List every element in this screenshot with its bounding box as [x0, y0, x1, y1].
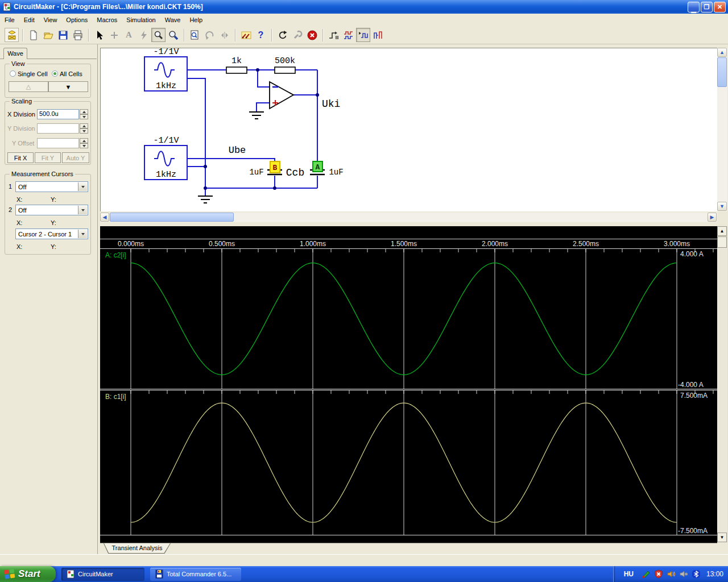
dropdown-arrow-icon[interactable] [78, 182, 87, 191]
source-top-value-label: -1/1V [153, 48, 179, 57]
probe-tool-button[interactable] [151, 28, 166, 42]
r1-label: 1k [231, 56, 242, 66]
lightning-icon [138, 30, 150, 41]
x-division-input[interactable]: 500.0u [37, 109, 79, 119]
rotate-button[interactable] [202, 28, 217, 42]
x-tick-label: 2.000ms [482, 240, 508, 248]
auto-y-button[interactable]: Auto Y [62, 152, 89, 163]
schematic-canvas[interactable]: B A -1/1V 1kHz 1k 500k Uki -1/1V 1kHz Ub… [101, 48, 717, 211]
tab-wave[interactable]: Wave [3, 48, 27, 59]
scroll-down-button[interactable]: ▼ [717, 533, 727, 542]
cursor-diff-y-label: Y: [51, 243, 56, 250]
menu-file[interactable]: File [0, 15, 19, 25]
speaker-gray-icon[interactable] [679, 569, 688, 579]
opamp[interactable] [270, 82, 293, 109]
dropdown-arrow-icon[interactable] [78, 206, 87, 214]
menu-help[interactable]: Help [185, 15, 207, 25]
schematic-vertical-scrollbar[interactable]: ▲ ▼ [717, 48, 727, 211]
cell-down-button[interactable]: ▼ [48, 81, 88, 92]
menu-wave[interactable]: Wave [160, 15, 185, 25]
spin-up[interactable] [80, 109, 88, 114]
y-offset-input[interactable] [37, 138, 79, 148]
wire-tool-button[interactable] [107, 28, 121, 42]
pen-tray-icon[interactable] [642, 569, 651, 579]
spin-up[interactable] [80, 123, 88, 128]
spin-down[interactable] [80, 143, 88, 148]
digital-switches-button[interactable] [239, 28, 253, 42]
source-bottom-freq-label: 1kHz [156, 170, 176, 180]
mirror-button[interactable] [217, 28, 231, 42]
volume-icon[interactable] [667, 569, 676, 579]
new-file-button[interactable] [26, 28, 40, 42]
menu-view[interactable]: View [39, 15, 62, 25]
menu-simulation[interactable]: Simulation [122, 15, 160, 25]
fit-y-button[interactable]: Fit Y [35, 152, 61, 163]
taskbar-clock: 13:00 [706, 570, 723, 578]
waveform-vertical-scrollbar[interactable]: ▲ ▼ [717, 226, 727, 543]
zoom-tool-button[interactable] [166, 28, 180, 42]
bluetooth-icon[interactable] [692, 569, 701, 579]
cursor1-select[interactable]: Off [15, 181, 88, 192]
spin-down[interactable] [80, 128, 88, 134]
digital-display-button[interactable] [341, 28, 355, 42]
security-alert-icon[interactable] [654, 569, 663, 579]
menu-options[interactable]: Options [61, 15, 92, 25]
text-tool-button[interactable]: A [122, 28, 136, 42]
stop-simulation-button[interactable] [305, 28, 319, 42]
scroll-thumb[interactable] [717, 57, 727, 87]
schematic-viewport[interactable]: B A -1/1V 1kHz 1k 500k Uki -1/1V 1kHz Ub… [100, 48, 717, 211]
cell-up-button[interactable]: △ [9, 81, 48, 92]
y-division-spinner[interactable] [80, 123, 88, 134]
zoom-window-button[interactable] [188, 28, 202, 42]
y-division-input[interactable] [37, 123, 79, 134]
mixed-display-button[interactable] [371, 28, 385, 42]
x-division-spinner[interactable] [80, 109, 88, 119]
resistor-500k[interactable] [275, 67, 295, 73]
x-tick-label: 0.500ms [209, 240, 235, 248]
dropdown-arrow-icon[interactable] [78, 230, 87, 238]
single-cell-radio[interactable] [10, 70, 16, 77]
resistor-1k[interactable] [226, 67, 247, 73]
cursor-diff-select[interactable]: Cursor 2 - Cursor 1 [15, 228, 88, 239]
all-cells-radio[interactable] [52, 70, 58, 77]
schematic-horizontal-scrollbar[interactable]: ◀ ▶ [100, 213, 717, 222]
save-button[interactable] [56, 28, 70, 42]
print-button[interactable] [71, 28, 85, 42]
delete-tool-button[interactable] [136, 28, 151, 42]
scroll-up-button[interactable]: ▲ [717, 48, 727, 57]
scroll-down-button[interactable]: ▼ [717, 202, 727, 211]
part-browser-button[interactable] [5, 28, 19, 42]
scroll-thumb[interactable] [717, 236, 727, 248]
spin-up[interactable] [80, 138, 88, 143]
menu-macros[interactable]: Macros [92, 15, 122, 25]
fit-x-button[interactable]: Fit X [7, 152, 34, 163]
restore-button[interactable]: ❐ [701, 2, 713, 13]
analog-waveform-icon [358, 30, 369, 41]
close-button[interactable]: ✕ [714, 2, 726, 13]
open-file-button[interactable] [41, 28, 55, 42]
step-display-button[interactable] [326, 28, 341, 42]
analog-display-button[interactable] [356, 28, 370, 42]
tab-transient-analysis[interactable]: Transient Analysis [104, 543, 171, 554]
spin-down[interactable] [80, 114, 88, 119]
y-offset-spinner[interactable] [80, 138, 88, 148]
scroll-left-button[interactable]: ◀ [100, 213, 109, 222]
language-indicator[interactable]: HU [619, 569, 638, 579]
waveform-plot[interactable]: 0.000ms0.500ms1.000ms1.500ms2.000ms2.500… [100, 226, 717, 543]
options-wrench-button[interactable] [290, 28, 304, 42]
scroll-thumb[interactable] [110, 213, 234, 222]
cursor2-select[interactable]: Off [15, 205, 88, 215]
scroll-up-button[interactable]: ▲ [717, 226, 727, 236]
minimize-button[interactable]: ▁ [688, 2, 700, 13]
reset-button[interactable] [275, 28, 289, 42]
scroll-right-button[interactable]: ▶ [708, 213, 717, 222]
y-max-label: 7.500mA [680, 392, 708, 400]
help-button[interactable]: ? [254, 28, 268, 42]
title-bar[interactable]: CircuitMaker - [C:\Program Files\...\Mil… [0, 0, 728, 14]
menu-edit[interactable]: Edit [19, 15, 39, 25]
task-total-commander[interactable]: Total Commander 6.5... [150, 568, 241, 581]
start-button[interactable]: Start [0, 566, 56, 582]
y-min-label: -7.500mA [678, 527, 708, 535]
arrow-tool-button[interactable] [92, 28, 106, 42]
task-circuitmaker[interactable]: CircuitMaker [61, 568, 144, 581]
